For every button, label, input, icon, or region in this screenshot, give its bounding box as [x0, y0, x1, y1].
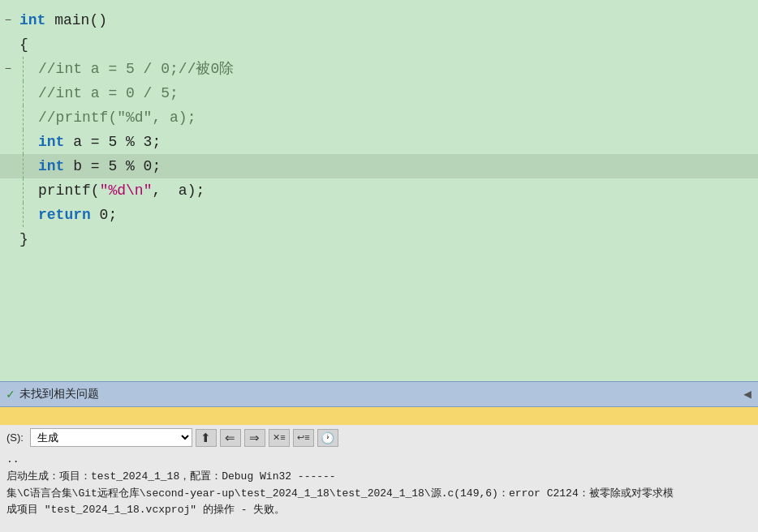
fold-icon-1[interactable]: −	[0, 8, 16, 32]
code-text-10: }	[16, 227, 28, 251]
toolbar-btn-next[interactable]: ⇒	[244, 429, 265, 447]
build-toolbar: (S): 生成 ⬆ ⇐ ⇒ ✕≡ ↩≡ 🕐	[6, 428, 752, 447]
fold-icon-6	[0, 130, 16, 154]
status-ok-icon: ✓	[6, 386, 15, 402]
code-editor: − int main() { − //int a = 5 / 0;//被0除 /…	[0, 0, 758, 381]
fold-icon-9	[0, 203, 16, 227]
fold-icon-3[interactable]: −	[0, 57, 16, 81]
fold-icon-8	[0, 178, 16, 203]
code-text-9: return 0;	[35, 203, 117, 227]
build-label: (S):	[6, 431, 24, 444]
code-text-1: int main()	[16, 8, 107, 32]
code-line-1: − int main()	[0, 8, 758, 32]
code-line-2: {	[0, 32, 758, 57]
warning-bar	[0, 407, 758, 425]
build-select[interactable]: 生成	[30, 428, 192, 447]
fold-icon-7	[0, 154, 16, 178]
status-arrow-icon[interactable]: ◀	[743, 386, 752, 402]
build-line-2: 启动生成：项目：test_2024_1_18，配置：Debug Win32 --…	[6, 469, 752, 486]
build-line-3: 集\C语言合集\Git远程仓库\second-year-up\test_2024…	[6, 486, 752, 503]
toolbar-btn-clear[interactable]: ⬆	[196, 429, 217, 447]
code-line-3: − //int a = 5 / 0;//被0除	[0, 57, 758, 81]
code-line-5: //printf("%d", a);	[0, 105, 758, 130]
fold-icon-5	[0, 105, 16, 130]
build-panel: (S): 生成 ⬆ ⇐ ⇒ ✕≡ ↩≡ 🕐 .. 启动生成：项目：test_20…	[0, 425, 758, 532]
code-line-7: int b = 5 % 0;	[0, 154, 758, 178]
code-text-4: //int a = 0 / 5;	[35, 81, 179, 105]
code-line-8: printf("%d\n", a);	[0, 178, 758, 203]
code-text-3: //int a = 5 / 0;//被0除	[35, 57, 234, 81]
toolbar-btn-prev[interactable]: ⇐	[220, 429, 241, 447]
code-line-6: int a = 5 % 3;	[0, 130, 758, 154]
build-line-4: 成项目 "test_2024_1_18.vcxproj" 的操作 - 失败。	[6, 502, 752, 519]
code-text-7: int b = 5 % 0;	[35, 154, 161, 178]
build-output: .. 启动生成：项目：test_2024_1_18，配置：Debug Win32…	[6, 452, 752, 519]
toolbar-btn-wrap[interactable]: ↩≡	[293, 429, 314, 447]
code-line-9: return 0;	[0, 203, 758, 227]
fold-icon-4	[0, 81, 16, 105]
code-text-5: //printf("%d", a);	[35, 105, 196, 130]
status-text: 未找到相关问题	[19, 387, 744, 401]
code-line-4: //int a = 0 / 5;	[0, 81, 758, 105]
code-text-8: printf("%d\n", a);	[35, 178, 205, 203]
build-line-1: ..	[6, 452, 752, 469]
fold-icon-10	[0, 227, 16, 251]
code-text-2: {	[16, 32, 28, 57]
code-line-10: }	[0, 227, 758, 251]
toolbar-btn-time[interactable]: 🕐	[317, 429, 338, 447]
toolbar-btn-cancel[interactable]: ✕≡	[269, 429, 290, 447]
status-bar: ✓ 未找到相关问题 ◀	[0, 381, 758, 407]
code-text-6: int a = 5 % 3;	[35, 130, 161, 154]
